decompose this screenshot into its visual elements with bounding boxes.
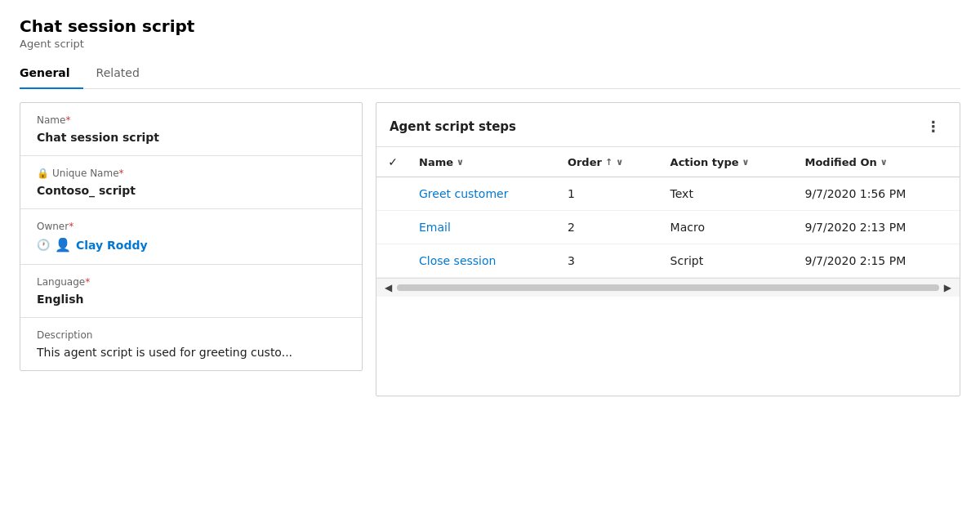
table-title: Agent script steps	[390, 119, 516, 134]
field-unique-name-value: Contoso_ script	[37, 184, 345, 197]
lock-icon: 🔒	[37, 168, 49, 179]
table-body: Greet customer 1 Text 9/7/2020 1:56 PM E…	[376, 177, 960, 278]
sort-order-up-icon: ↑	[605, 157, 612, 168]
sort-modified-on-icon: ∨	[880, 157, 888, 168]
right-panel: Agent script steps ⋮ ✓ Name ∨	[376, 102, 960, 396]
person-icon: 👤	[55, 237, 71, 253]
row-modified-on: 9/7/2020 2:13 PM	[795, 211, 960, 244]
row-action-type: Text	[661, 177, 795, 211]
field-language-label: Language*	[37, 276, 345, 288]
content-area: Name* Chat session script 🔒Unique Name* …	[20, 102, 960, 396]
table-header-area: Agent script steps ⋮	[376, 103, 960, 147]
sort-name-icon: ∨	[457, 157, 464, 168]
field-language: Language* English	[20, 265, 362, 318]
field-name-label: Name*	[37, 114, 345, 126]
field-unique-name: 🔒Unique Name* Contoso_ script	[20, 156, 362, 209]
sort-action-type-icon: ∨	[742, 157, 750, 168]
field-owner-label: Owner*	[37, 221, 345, 232]
col-order-label: Order	[568, 156, 602, 168]
table-row: Close session 3 Script 9/7/2020 2:15 PM	[376, 244, 960, 278]
row-checkbox[interactable]	[376, 211, 409, 244]
scroll-track[interactable]	[397, 284, 939, 291]
row-checkbox[interactable]	[376, 177, 409, 211]
required-indicator: *	[69, 221, 74, 232]
owner-row: 🕐 👤 Clay Roddy	[37, 237, 345, 253]
clock-icon: 🕐	[37, 239, 50, 251]
col-checkbox: ✓	[376, 147, 409, 177]
tab-bar: General Related	[20, 60, 960, 89]
owner-name[interactable]: Clay Roddy	[76, 239, 148, 252]
required-indicator: *	[65, 114, 70, 126]
row-order: 1	[558, 177, 661, 211]
col-name-label: Name	[419, 156, 453, 168]
row-order: 3	[558, 244, 661, 278]
sort-order-down-icon: ∨	[616, 157, 623, 168]
agent-steps-table: ✓ Name ∨ Order ↑ ∨	[376, 147, 960, 278]
row-order: 2	[558, 211, 661, 244]
horizontal-scrollbar[interactable]: ◀ ▶	[376, 278, 960, 297]
scroll-left-arrow[interactable]: ◀	[383, 282, 394, 293]
field-owner: Owner* 🕐 👤 Clay Roddy	[20, 209, 362, 265]
required-indicator: *	[85, 276, 90, 288]
page-title: Chat session script	[20, 16, 960, 36]
col-modified-on-label: Modified On	[804, 156, 876, 168]
field-language-value: English	[37, 293, 345, 306]
row-name[interactable]: Email	[409, 211, 558, 244]
required-indicator: *	[119, 168, 124, 179]
tab-general[interactable]: General	[20, 60, 83, 89]
col-name-header[interactable]: Name ∨	[409, 147, 558, 177]
row-name-link[interactable]: Email	[419, 221, 451, 234]
col-action-type-label: Action type	[670, 156, 739, 168]
row-action-type: Macro	[661, 211, 795, 244]
row-checkbox[interactable]	[376, 244, 409, 278]
scroll-right-arrow[interactable]: ▶	[942, 282, 953, 293]
row-modified-on: 9/7/2020 1:56 PM	[795, 177, 960, 211]
table-row: Email 2 Macro 9/7/2020 2:13 PM	[376, 211, 960, 244]
field-description-value: This agent script is used for greeting c…	[37, 346, 345, 359]
table-head: ✓ Name ∨ Order ↑ ∨	[376, 147, 960, 177]
col-modified-on-header[interactable]: Modified On ∨	[795, 147, 960, 177]
checkmark-icon: ✓	[388, 155, 398, 168]
table-row: Greet customer 1 Text 9/7/2020 1:56 PM	[376, 177, 960, 211]
field-unique-name-label: 🔒Unique Name*	[37, 168, 345, 179]
field-description-label: Description	[37, 329, 345, 341]
col-action-type-header[interactable]: Action type ∨	[661, 147, 795, 177]
col-order-header[interactable]: Order ↑ ∨	[558, 147, 661, 177]
tab-related[interactable]: Related	[96, 60, 153, 89]
row-name-link[interactable]: Close session	[419, 254, 496, 267]
left-panel: Name* Chat session script 🔒Unique Name* …	[20, 102, 363, 371]
row-name[interactable]: Close session	[409, 244, 558, 278]
more-options-button[interactable]: ⋮	[921, 116, 947, 136]
page-subtitle: Agent script	[20, 38, 960, 50]
field-description: Description This agent script is used fo…	[20, 318, 362, 370]
row-name-link[interactable]: Greet customer	[419, 187, 508, 200]
row-name[interactable]: Greet customer	[409, 177, 558, 211]
row-action-type: Script	[661, 244, 795, 278]
field-name-value: Chat session script	[37, 131, 345, 144]
field-name: Name* Chat session script	[20, 103, 362, 156]
table-header-row: ✓ Name ∨ Order ↑ ∨	[376, 147, 960, 177]
row-modified-on: 9/7/2020 2:15 PM	[795, 244, 960, 278]
